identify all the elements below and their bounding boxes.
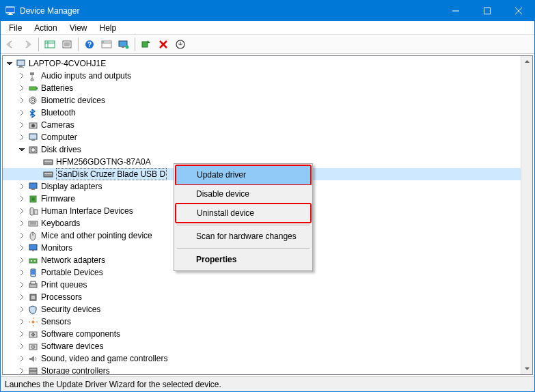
svg-point-40: [31, 148, 35, 152]
vertical-scrollbar[interactable]: [521, 56, 532, 374]
chevron-right-icon[interactable]: [18, 256, 26, 264]
monitor-icon[interactable]: [115, 36, 132, 53]
chevron-right-icon[interactable]: [18, 354, 26, 363]
chevron-down-icon[interactable]: [18, 145, 26, 154]
tree-category-label: Display adapters: [41, 181, 102, 193]
svg-rect-66: [31, 296, 35, 299]
tree-category[interactable]: Print queues: [3, 279, 521, 291]
chevron-right-icon[interactable]: [18, 72, 26, 80]
audio-icon: [27, 70, 38, 81]
svg-point-29: [31, 79, 33, 81]
device-tree[interactable]: LAPTOP-4CVOHJ1EAudio inputs and outputsB…: [3, 56, 521, 374]
chevron-right-icon[interactable]: [18, 318, 26, 326]
svg-point-36: [31, 124, 35, 127]
tree-category[interactable]: Cameras: [3, 119, 521, 131]
tree-category[interactable]: Sensors: [3, 316, 521, 328]
cpu-icon: [27, 292, 38, 303]
menubar: File Action View Help: [1, 21, 534, 35]
computer-icon: [27, 132, 38, 143]
scroll-down-icon[interactable]: [521, 363, 532, 374]
detail-icon[interactable]: [98, 36, 115, 53]
tree-category[interactable]: Computer: [3, 131, 521, 143]
tree-category[interactable]: Processors: [3, 291, 521, 303]
context-menu-item-label: Scan for hardware changes: [196, 232, 297, 241]
chevron-right-icon[interactable]: [18, 244, 26, 252]
remove-icon[interactable]: [155, 36, 172, 53]
chevron-right-icon[interactable]: [18, 133, 26, 141]
chevron-right-icon[interactable]: [18, 305, 26, 313]
back-arrow-icon[interactable]: [2, 36, 18, 53]
tree-category[interactable]: Security devices: [3, 303, 521, 316]
tree-category[interactable]: Batteries: [3, 82, 521, 94]
chevron-right-icon[interactable]: [18, 268, 26, 277]
context-menu-item[interactable]: Uninstall device: [176, 204, 310, 223]
maximize-button[interactable]: [471, 1, 503, 21]
show-hidden-icon[interactable]: [42, 36, 58, 53]
svg-rect-42: [44, 160, 52, 162]
close-button[interactable]: [503, 1, 534, 21]
context-menu-item[interactable]: Update driver: [176, 166, 310, 184]
chevron-right-icon[interactable]: [18, 293, 26, 301]
chevron-right-icon[interactable]: [18, 330, 26, 338]
menu-file[interactable]: File: [3, 23, 27, 33]
chevron-right-icon[interactable]: [18, 195, 26, 203]
svg-rect-50: [34, 210, 38, 214]
battery-icon: [27, 83, 38, 94]
menu-view[interactable]: View: [64, 23, 93, 33]
chevron-right-icon[interactable]: [18, 232, 26, 240]
chevron-right-icon[interactable]: [18, 219, 26, 227]
context-menu-item-label: Properties: [196, 255, 236, 264]
chevron-right-icon[interactable]: [18, 207, 26, 215]
tree-category[interactable]: Software devices: [3, 340, 521, 352]
chevron-right-icon[interactable]: [18, 367, 26, 374]
chevron-right-icon[interactable]: [18, 281, 26, 289]
chevron-down-icon[interactable]: [5, 59, 14, 68]
svg-rect-30: [29, 87, 36, 90]
context-menu-item[interactable]: Disable device: [176, 185, 311, 204]
svg-rect-56: [29, 244, 37, 250]
scan-hardware-icon[interactable]: [138, 36, 154, 53]
tree-root[interactable]: LAPTOP-4CVOHJ1E: [3, 57, 521, 70]
tree-category[interactable]: Disk drives: [3, 143, 521, 156]
svg-rect-45: [29, 183, 37, 188]
svg-rect-2: [9, 13, 12, 14]
tree-category[interactable]: Sound, video and game controllers: [3, 352, 521, 365]
svg-rect-25: [17, 60, 25, 66]
chevron-right-icon[interactable]: [18, 121, 26, 129]
chevron-right-icon[interactable]: [18, 109, 26, 117]
chevron-right-icon[interactable]: [18, 84, 26, 92]
status-text: Launches the Update Driver Wizard for th…: [5, 380, 221, 389]
tree-category[interactable]: Biometric devices: [3, 94, 521, 107]
svg-rect-73: [29, 368, 37, 371]
toolbar: ?: [1, 35, 534, 54]
toolbar-separator: [78, 38, 79, 51]
scroll-up-icon[interactable]: [521, 56, 532, 68]
menu-action[interactable]: Action: [29, 23, 62, 33]
tree-device-label: SanDisk Cruzer Blade USB D: [56, 168, 167, 181]
context-menu-item[interactable]: Scan for hardware changes: [176, 227, 311, 246]
uninstall-icon[interactable]: [172, 36, 189, 53]
pc-root-icon: [15, 58, 26, 69]
titlebar[interactable]: Device Manager: [1, 1, 534, 21]
tree-category-label: Batteries: [41, 83, 73, 94]
help-icon[interactable]: ?: [81, 36, 98, 53]
context-menu-item[interactable]: Properties: [176, 251, 311, 269]
properties-box-icon[interactable]: [59, 36, 75, 53]
swdev-icon: [27, 341, 38, 352]
svg-rect-37: [29, 134, 37, 139]
svg-rect-62: [31, 270, 35, 275]
tree-category[interactable]: Audio inputs and outputs: [3, 70, 521, 82]
menu-help[interactable]: Help: [94, 23, 122, 33]
forward-arrow-icon[interactable]: [19, 36, 36, 53]
chevron-right-icon[interactable]: [18, 182, 26, 191]
chevron-right-icon[interactable]: [18, 342, 26, 350]
tree-category[interactable]: Bluetooth: [3, 107, 521, 119]
chevron-right-icon[interactable]: [18, 96, 26, 104]
tree-category[interactable]: Software components: [3, 328, 521, 340]
tree-category[interactable]: Storage controllers: [3, 365, 521, 374]
context-menu-item-label: Disable device: [196, 189, 249, 199]
svg-rect-8: [45, 41, 55, 48]
minimize-button[interactable]: [440, 1, 471, 21]
tree-category-label: Print queues: [41, 279, 87, 291]
context-menu-separator: [177, 248, 310, 249]
